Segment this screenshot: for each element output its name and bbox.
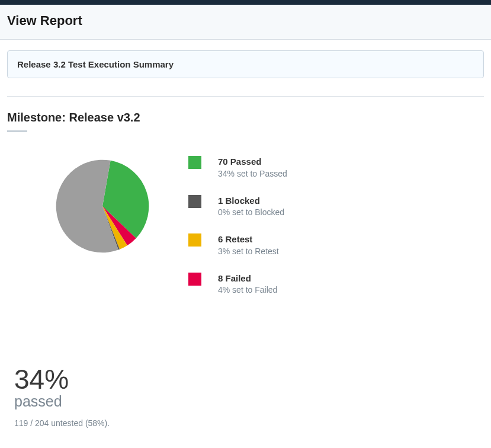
legend-item-failed: 8 Failed 4% set to Failed [188, 273, 287, 295]
legend-main-blocked: 1 Blocked [218, 195, 284, 207]
top-bar [0, 0, 491, 5]
legend-item-retest: 6 Retest 3% set to Retest [188, 233, 287, 256]
legend-swatch-failed [188, 273, 201, 286]
milestone-underline [7, 130, 27, 132]
page-title: View Report [7, 13, 484, 28]
legend-swatch-retest [188, 233, 201, 247]
milestone-section: Milestone: Release v3.2 70 Passed 34% se… [0, 97, 491, 428]
summary-label: passed [14, 393, 477, 410]
legend-item-passed: 70 Passed 34% set to Passed [188, 156, 287, 178]
summary-untested: 119 / 204 untested (58%). [14, 418, 477, 428]
legend-swatch-passed [188, 156, 201, 169]
page-header: View Report [0, 5, 491, 40]
report-name-row: Release 3.2 Test Execution Summary [0, 40, 491, 83]
report-name-input[interactable]: Release 3.2 Test Execution Summary [7, 50, 484, 78]
pie-chart [7, 153, 155, 261]
legend-main-passed: 70 Passed [218, 156, 287, 168]
legend-sub-blocked: 0% set to Blocked [218, 207, 284, 217]
legend-main-retest: 6 Retest [218, 233, 279, 245]
legend-sub-retest: 3% set to Retest [218, 247, 279, 256]
legend-item-blocked: 1 Blocked 0% set to Blocked [188, 195, 287, 217]
legend-sub-passed: 34% set to Passed [218, 169, 287, 178]
summary-percent: 34% [14, 366, 477, 393]
legend-swatch-blocked [188, 195, 201, 208]
legend: 70 Passed 34% set to Passed 1 Blocked 0%… [188, 153, 287, 295]
chart-legend-row: 70 Passed 34% set to Passed 1 Blocked 0%… [7, 153, 484, 295]
pie-chart-svg [50, 153, 155, 259]
milestone-title: Milestone: Release v3.2 [7, 111, 484, 124]
summary-block: 34% passed 119 / 204 untested (58%). [7, 295, 484, 428]
legend-sub-failed: 4% set to Failed [218, 285, 277, 295]
legend-main-failed: 8 Failed [218, 273, 277, 284]
